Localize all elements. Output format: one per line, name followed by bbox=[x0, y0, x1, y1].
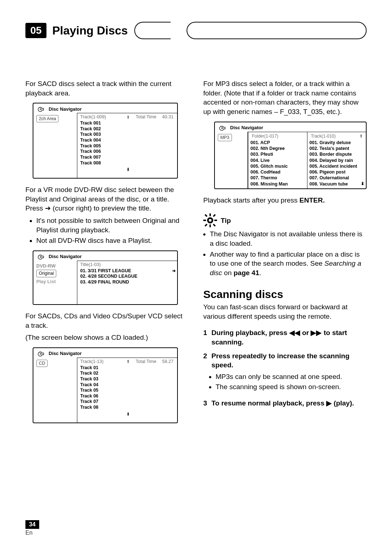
osd-title: Disc Navigator bbox=[49, 253, 82, 260]
svg-point-3 bbox=[221, 127, 223, 129]
hand-icon bbox=[37, 106, 45, 112]
osd-area-chip: 2ch Area bbox=[36, 115, 58, 122]
folder-item: 004. Live bbox=[250, 158, 306, 163]
svg-rect-13 bbox=[213, 224, 216, 227]
section-number: 05 bbox=[25, 23, 46, 38]
side-original: Original bbox=[36, 270, 56, 277]
track-range: Track(1-010) bbox=[311, 133, 336, 139]
hand-icon bbox=[219, 125, 226, 131]
bullet-item: Not all DVD-RW discs have a Playlist. bbox=[36, 236, 184, 245]
osd-title: Disc Navigator bbox=[49, 106, 82, 113]
folder-item: 005. Glitch music bbox=[250, 163, 306, 169]
svg-rect-10 bbox=[205, 214, 208, 217]
svg-rect-9 bbox=[214, 220, 217, 221]
header-pill-left bbox=[134, 22, 171, 39]
para-enter: Playback starts after you press ENTER. bbox=[203, 196, 367, 205]
heading-scanning: Scanning discs bbox=[203, 287, 367, 302]
track-item: Track 007 bbox=[80, 155, 176, 160]
svg-rect-12 bbox=[205, 224, 208, 227]
track-item: Track 03 bbox=[80, 376, 176, 382]
osd-mp3: Disc Navigator MP3 Folder(1-017) 001. AC… bbox=[214, 122, 367, 189]
page-number: 34 bbox=[25, 520, 39, 529]
svg-point-2 bbox=[40, 353, 41, 355]
osd-mp3-chip: MP3 bbox=[218, 134, 232, 141]
track-item: Track 003 bbox=[80, 132, 176, 138]
track-item: 001. Gravity deluxe bbox=[310, 140, 365, 146]
svg-rect-7 bbox=[209, 225, 211, 228]
hand-icon bbox=[37, 253, 45, 260]
track-item: Track 08 bbox=[80, 405, 176, 411]
tip-item: The Disc Navigator is not available unle… bbox=[210, 229, 367, 248]
left-column: For SACD discs select a track within the… bbox=[25, 79, 184, 430]
track-item: Track 008 bbox=[80, 160, 176, 166]
page-lang: En bbox=[25, 530, 39, 536]
step-3: To resume normal playback, press ▶ (play… bbox=[203, 399, 367, 408]
osd-title: Disc Navigator bbox=[230, 125, 263, 131]
bullet-list-dvdrw: It's not possible to switch between Orig… bbox=[36, 216, 184, 245]
step2-sub: MP3s can only be scanned at one speed. T… bbox=[216, 372, 367, 391]
sub-item: MP3s can only be scanned at one speed. bbox=[216, 372, 367, 381]
para-scanning: You can fast-scan discs forward or backw… bbox=[203, 302, 367, 321]
track-item: 004. Delayed by rain bbox=[310, 158, 365, 163]
side-playlist: Play List bbox=[36, 278, 74, 285]
track-item: Track 005 bbox=[80, 143, 176, 149]
total-time-label: Total Time bbox=[136, 114, 156, 120]
folder-item: 002. Nth Degree bbox=[250, 146, 306, 151]
track-item: Track 02 bbox=[80, 371, 176, 376]
folder-item: 007. Thermo bbox=[250, 175, 306, 181]
track-item: 003. Border dispute bbox=[310, 151, 365, 157]
title-range: Title(1-03) bbox=[80, 262, 173, 268]
page-footer: 34 En bbox=[25, 520, 39, 536]
arrow-up-icon: ⬆ bbox=[359, 133, 363, 139]
para-dvdrw: For a VR mode DVD-RW disc select beween … bbox=[25, 185, 184, 213]
track-range: Track(1-009) bbox=[80, 114, 121, 120]
right-column: For MP3 discs select a folder, or a trac… bbox=[203, 79, 367, 430]
step-1: During playback, press ◀◀ or ▶▶ to start… bbox=[203, 328, 367, 347]
osd-cd-chip: CD bbox=[36, 360, 48, 367]
svg-rect-6 bbox=[209, 213, 211, 216]
folder-range: Folder(1-017) bbox=[252, 133, 278, 139]
track-item: 007. Outernational bbox=[310, 175, 365, 181]
title-item: 02. 4/28 SECOND LEAGUE bbox=[80, 274, 176, 279]
svg-point-0 bbox=[40, 109, 41, 110]
title-item: 03. 4/29 FINAL ROUND bbox=[80, 279, 176, 285]
arrow-down-icon: ⬇ bbox=[126, 412, 130, 417]
track-item: Track 04 bbox=[80, 382, 176, 388]
arrow-down-icon: ⬇ bbox=[126, 167, 130, 172]
svg-rect-11 bbox=[213, 214, 216, 217]
folder-item: 001. ACP bbox=[250, 140, 306, 146]
track-item: Track 004 bbox=[80, 138, 176, 143]
folder-item: 008. Missing Man bbox=[250, 181, 306, 187]
svg-point-1 bbox=[40, 256, 41, 258]
tip-label: Tip bbox=[221, 216, 231, 225]
osd-title: Disc Navigator bbox=[49, 350, 82, 357]
tip-item: Another way to find a particular place o… bbox=[210, 250, 367, 278]
section-header: 05 Playing Discs bbox=[25, 23, 128, 38]
arrow-down-icon: ⬇ bbox=[361, 181, 364, 187]
osd-cd: Disc Navigator CD Track(1-13) ⬆ Total Ti… bbox=[33, 347, 178, 423]
header-pill-right bbox=[187, 22, 367, 39]
track-item: Track 006 bbox=[80, 149, 176, 155]
osd-sacd: Disc Navigator 2ch Area Track(1-009) ⬆ T… bbox=[33, 103, 178, 179]
steps-list: During playback, press ◀◀ or ▶▶ to start… bbox=[203, 328, 367, 370]
tip-list: The Disc Navigator is not available unle… bbox=[210, 229, 367, 277]
track-item: Track 002 bbox=[80, 126, 176, 132]
mp3-track-list: 001. Gravity deluxe 002. Tesla's patent … bbox=[310, 140, 365, 187]
para-cd: For SACDs, CDs and Video CDs/Super VCD s… bbox=[25, 311, 184, 330]
arrow-right-icon: ➔ bbox=[172, 268, 176, 274]
sub-item: The scanning speed is shown on-screen. bbox=[216, 382, 367, 392]
track-item: Track 06 bbox=[80, 393, 176, 399]
track-range: Track(1-13) bbox=[80, 359, 121, 365]
track-item: Track 01 bbox=[80, 365, 176, 371]
tip-heading: Tip bbox=[203, 213, 367, 227]
title-item: 01. 3/31 FIRST LEAGUE bbox=[80, 268, 131, 274]
title-list: 01. 3/31 FIRST LEAGUE ➔ 02. 4/28 SECOND … bbox=[80, 268, 176, 285]
arrow-up-icon: ⬆ bbox=[126, 114, 130, 120]
folder-list: 001. ACP 002. Nth Degree 003. Pfeuti 004… bbox=[250, 140, 306, 187]
para-cd-note: (The screen below shows a CD loaded.) bbox=[25, 333, 184, 342]
track-list: Track 001 Track 002 Track 003 Track 004 … bbox=[80, 121, 176, 166]
steps-list-cont: To resume normal playback, press ▶ (play… bbox=[203, 399, 367, 408]
track-item: 008. Vacuum tube bbox=[310, 181, 348, 187]
side-dvdrw: DVD-RW bbox=[36, 263, 74, 269]
track-item: 006. Pigeon post bbox=[310, 169, 365, 175]
